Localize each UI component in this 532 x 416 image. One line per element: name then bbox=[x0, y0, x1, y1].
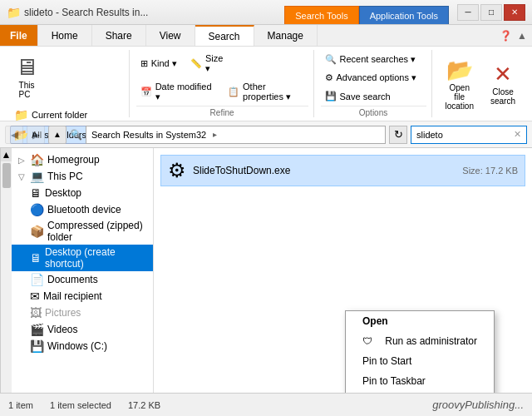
context-menu-pin-start[interactable]: Pin to Start bbox=[346, 351, 494, 371]
this-pc-button[interactable]: 🖥 ThisPC bbox=[10, 50, 43, 102]
scroll-thumb bbox=[2, 163, 11, 188]
clear-search-icon[interactable]: ✕ bbox=[514, 129, 521, 140]
open-file-location-button[interactable]: 📂 Open filelocation bbox=[439, 54, 480, 114]
search-bar[interactable]: slideto ✕ bbox=[411, 126, 527, 144]
kind-icon: ⊞ bbox=[140, 58, 148, 69]
maximize-button[interactable]: □ bbox=[480, 4, 502, 21]
tab-home[interactable]: Home bbox=[38, 25, 92, 46]
sidebar-item-homegroup[interactable]: ▷ 🏠 Homegroup bbox=[12, 151, 153, 168]
sidebar-item-thispc[interactable]: ▽ 💻 This PC bbox=[12, 168, 153, 185]
save-search-icon: 💾 bbox=[325, 91, 337, 102]
date-modified-button[interactable]: 📅 Date modified ▾ bbox=[136, 79, 220, 105]
size-icon: 📏 bbox=[190, 58, 202, 69]
nav-up-button[interactable]: ▲ bbox=[517, 30, 527, 42]
open-file-icon: 📂 bbox=[446, 57, 473, 83]
folder-icon: 📁 bbox=[14, 108, 28, 121]
sidebar-container: ▲ ▷ 🏠 Homegroup ▽ 💻 This PC 🖥 Desktop 🔵 … bbox=[0, 148, 154, 393]
address-arrow: ▸ bbox=[213, 130, 217, 139]
computer-icon: 🖥 bbox=[15, 53, 38, 81]
ribbon-actions: 📂 Open filelocation ✕ Closesearch bbox=[434, 50, 527, 117]
branding: groovyPublishing... bbox=[432, 399, 524, 411]
tab-file[interactable]: File bbox=[0, 25, 38, 46]
tab-manage[interactable]: Manage bbox=[254, 25, 318, 46]
computer-icon: 💻 bbox=[30, 170, 44, 183]
documents-icon: 📄 bbox=[30, 273, 44, 286]
context-menu-open[interactable]: Open bbox=[346, 311, 494, 331]
drive-icon: 💾 bbox=[30, 339, 44, 353]
refresh-button[interactable]: ↻ bbox=[389, 126, 407, 144]
scroll-up-button[interactable]: ▲ bbox=[1, 148, 12, 161]
context-menu-run-admin[interactable]: 🛡 Run as administrator bbox=[346, 331, 494, 351]
close-button[interactable]: ✕ bbox=[504, 4, 525, 21]
recent-searches-icon: 🔍 bbox=[325, 54, 337, 65]
app-icon: 📁 bbox=[7, 6, 21, 19]
address-text: Search Results in System32 bbox=[91, 130, 206, 140]
help-button[interactable]: ❓ bbox=[500, 30, 512, 42]
window-title: slideto - Search Results in... bbox=[24, 7, 276, 18]
recent-searches-button[interactable]: 🔍 Recent searches ▾ bbox=[321, 52, 426, 67]
titlebar: 📁 slideto - Search Results in... Search … bbox=[0, 0, 532, 25]
context-menu: Open 🛡 Run as administrator Pin to Start… bbox=[345, 310, 495, 393]
minimize-button[interactable]: ─ bbox=[457, 4, 479, 21]
videos-icon: 🎬 bbox=[30, 323, 44, 336]
sidebar-item-desktop[interactable]: 🖥 Desktop bbox=[12, 185, 153, 201]
location-icon: 🔍 bbox=[70, 129, 82, 141]
sidebar-item-desktop-shortcut[interactable]: 🖥 Desktop (create shortcut) bbox=[12, 245, 153, 271]
other-properties-button[interactable]: 📋 Other properties ▾ bbox=[224, 79, 308, 105]
sidebar-item-documents[interactable]: 📄 Documents bbox=[12, 271, 153, 288]
file-area: ⚙ SlideToShutDown.exe Size: 17.2 KB Open… bbox=[154, 148, 532, 393]
sidebar-item-compressed[interactable]: 📦 Compressed (zipped) folder bbox=[12, 218, 153, 245]
file-item[interactable]: ⚙ SlideToShutDown.exe Size: 17.2 KB bbox=[160, 155, 525, 186]
advanced-options-icon: ⚙ bbox=[325, 72, 333, 83]
close-search-button[interactable]: ✕ Closesearch bbox=[484, 58, 522, 109]
tab-search-tools[interactable]: Search Tools bbox=[284, 6, 358, 24]
tab-search[interactable]: Search bbox=[195, 25, 254, 46]
properties-icon: 📋 bbox=[228, 87, 239, 97]
options-group-label: Options bbox=[321, 106, 426, 117]
size-button[interactable]: 📏 Size ▾ bbox=[186, 51, 233, 77]
refine-group-content: ⊞ Kind ▾ 📏 Size ▾ 📅 Date modified ▾ 📋 Ot… bbox=[136, 50, 308, 106]
address-bar[interactable]: Search Results in System32 ▸ bbox=[86, 126, 386, 144]
tab-view[interactable]: View bbox=[146, 25, 195, 46]
sidebar: ▷ 🏠 Homegroup ▽ 💻 This PC 🖥 Desktop 🔵 Bl… bbox=[12, 148, 153, 393]
ribbon-tabs: File Home Share View Search Manage ❓ ▲ bbox=[0, 25, 532, 47]
sidebar-item-videos[interactable]: 🎬 Videos bbox=[12, 321, 153, 338]
date-icon: 📅 bbox=[140, 87, 152, 97]
exe-icon: ⚙ bbox=[168, 159, 186, 182]
tab-application-tools[interactable]: Application Tools bbox=[359, 6, 449, 24]
current-folder-button[interactable]: 📁 Current folder bbox=[10, 106, 97, 124]
advanced-options-button[interactable]: ⚙ Advanced options ▾ bbox=[321, 70, 426, 86]
desktop-shortcut-icon: 🖥 bbox=[30, 251, 42, 265]
toggle-icon: ▽ bbox=[18, 172, 25, 181]
save-search-button[interactable]: 💾 Save search bbox=[321, 88, 426, 104]
selected-size: 17.2 KB bbox=[128, 400, 160, 410]
ribbon-content: 🖥 ThisPC 📁 Current folder 📂 All subfolde… bbox=[0, 47, 532, 121]
bluetooth-icon: 🔵 bbox=[30, 203, 44, 216]
sidebar-item-mail[interactable]: ✉ Mail recipient bbox=[12, 288, 153, 305]
sidebar-item-bluetooth[interactable]: 🔵 Bluetooth device bbox=[12, 201, 153, 218]
context-menu-pin-taskbar[interactable]: Pin to Taskbar bbox=[346, 371, 494, 391]
tab-share[interactable]: Share bbox=[92, 25, 146, 46]
ribbon-group-location: 🖥 ThisPC 📁 Current folder 📂 All subfolde… bbox=[5, 50, 130, 117]
up-button[interactable]: ▲ bbox=[48, 126, 66, 144]
pictures-icon: 🖼 bbox=[30, 306, 42, 319]
ribbon-group-refine: ⊞ Kind ▾ 📏 Size ▾ 📅 Date modified ▾ 📋 Ot… bbox=[131, 50, 314, 117]
statusbar: 1 item 1 item selected 17.2 KB groovyPub… bbox=[0, 393, 532, 416]
selected-count: 1 item selected bbox=[50, 400, 111, 410]
zip-icon: 📦 bbox=[30, 225, 44, 238]
refine-group-label: Refine bbox=[136, 106, 308, 117]
window-controls: ─ □ ✕ bbox=[457, 4, 525, 21]
shield-icon: 🛡 bbox=[362, 335, 372, 347]
sidebar-item-pictures[interactable]: 🖼 Pictures bbox=[12, 305, 153, 321]
ribbon-group-options: 🔍 Recent searches ▾ ⚙ Advanced options ▾… bbox=[316, 50, 432, 117]
options-group-content: 🔍 Recent searches ▾ ⚙ Advanced options ▾… bbox=[321, 50, 426, 106]
kind-button[interactable]: ⊞ Kind ▾ bbox=[136, 51, 183, 77]
this-pc-label: ThisPC bbox=[19, 81, 35, 99]
forward-button[interactable]: ▶ bbox=[27, 126, 45, 144]
main-area: ▲ ▷ 🏠 Homegroup ▽ 💻 This PC 🖥 Desktop 🔵 … bbox=[0, 148, 532, 393]
desktop-icon: 🖥 bbox=[30, 186, 42, 200]
mail-icon: ✉ bbox=[30, 290, 40, 303]
sidebar-scroll-track[interactable]: ▲ bbox=[0, 148, 12, 393]
sidebar-item-windowsc[interactable]: 💾 Windows (C:) bbox=[12, 338, 153, 354]
back-button[interactable]: ◀ bbox=[5, 126, 23, 144]
